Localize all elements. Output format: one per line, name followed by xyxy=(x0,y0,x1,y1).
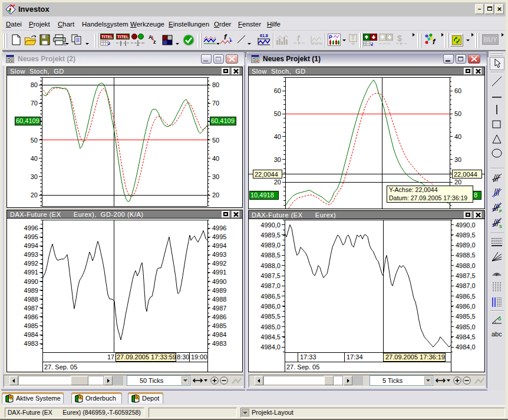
svg-text:4989,0: 4989,0 xyxy=(260,242,281,249)
svg-text:50: 50 xyxy=(274,110,281,117)
svg-text:80: 80 xyxy=(31,81,38,88)
svg-text:4995: 4995 xyxy=(212,233,226,240)
svg-text:4989,5: 4989,5 xyxy=(260,232,281,239)
svg-text:4984,5: 4984,5 xyxy=(260,333,281,340)
svg-text:4984,5: 4984,5 xyxy=(456,333,476,340)
svg-text:17:: 17: xyxy=(107,353,116,361)
svg-text:8: 8 xyxy=(474,191,477,199)
svg-text:4988,5: 4988,5 xyxy=(456,252,476,259)
svg-text:4985,5: 4985,5 xyxy=(260,313,281,320)
svg-text:T: T xyxy=(351,35,355,41)
svg-text:27.09.2005 17:36:19: 27.09.2005 17:36:19 xyxy=(385,353,445,361)
svg-text:22,0044: 22,0044 xyxy=(454,171,477,178)
svg-text:4984: 4984 xyxy=(212,331,226,338)
svg-text:4996: 4996 xyxy=(24,224,38,232)
svg-text:4994: 4994 xyxy=(212,242,226,249)
svg-text:4987,0: 4987,0 xyxy=(260,282,281,289)
svg-text:4996: 4996 xyxy=(212,224,226,232)
svg-text:4988,5: 4988,5 xyxy=(260,252,281,259)
svg-text:4985: 4985 xyxy=(212,322,226,329)
svg-text:27. Sep. 05: 27. Sep. 05 xyxy=(286,363,319,371)
svg-text:4987,0: 4987,0 xyxy=(456,282,476,289)
svg-text:10,4918: 10,4918 xyxy=(250,191,274,199)
svg-text:40: 40 xyxy=(31,155,38,162)
svg-text:30: 30 xyxy=(274,156,281,163)
svg-text:27.09.2005 17:33:59: 27.09.2005 17:33:59 xyxy=(117,353,176,361)
svg-text:20: 20 xyxy=(274,178,281,186)
svg-text:4986,5: 4986,5 xyxy=(456,293,476,300)
svg-text:4988: 4988 xyxy=(24,296,38,303)
svg-text:4990: 4990 xyxy=(24,278,38,285)
svg-text:20: 20 xyxy=(31,191,38,199)
svg-text:4992: 4992 xyxy=(212,260,226,267)
svg-text:4988,0: 4988,0 xyxy=(260,262,281,269)
svg-text:17:34: 17:34 xyxy=(347,353,363,361)
svg-text:20: 20 xyxy=(454,178,461,186)
svg-text:4985,5: 4985,5 xyxy=(456,313,476,320)
svg-text:4987: 4987 xyxy=(24,305,38,312)
svg-text:4990: 4990 xyxy=(212,278,226,285)
svg-text:4985: 4985 xyxy=(24,322,38,329)
svg-text:4992: 4992 xyxy=(24,260,38,267)
svg-text:80: 80 xyxy=(212,81,219,88)
svg-text:20: 20 xyxy=(212,191,219,199)
svg-text:70: 70 xyxy=(31,100,38,107)
svg-text:4986,0: 4986,0 xyxy=(260,303,281,310)
svg-text:40: 40 xyxy=(212,155,219,162)
svg-text:50: 50 xyxy=(31,137,38,144)
svg-text:30: 30 xyxy=(454,156,461,163)
svg-text:4986: 4986 xyxy=(24,313,38,320)
svg-text:50: 50 xyxy=(454,110,461,117)
svg-text:4989,0: 4989,0 xyxy=(456,242,476,249)
svg-text:TITEL: TITEL xyxy=(117,35,129,39)
svg-text:60,4109: 60,4109 xyxy=(16,117,39,124)
svg-text:4988: 4988 xyxy=(212,296,226,303)
svg-text:61.8: 61.8 xyxy=(260,34,268,38)
svg-text:4983: 4983 xyxy=(212,340,226,347)
svg-text:4989: 4989 xyxy=(212,287,226,294)
svg-text:60: 60 xyxy=(454,87,461,94)
svg-text:4989,5: 4989,5 xyxy=(456,232,476,239)
svg-text:4984,0: 4984,0 xyxy=(260,343,281,350)
svg-text:4991: 4991 xyxy=(24,269,38,276)
svg-text:8:30: 8:30 xyxy=(177,353,189,361)
svg-text:4986: 4986 xyxy=(212,313,226,320)
svg-text:f: f xyxy=(224,33,227,41)
svg-text:70: 70 xyxy=(212,100,219,107)
svg-text:30: 30 xyxy=(31,173,38,180)
svg-text:4993: 4993 xyxy=(24,251,38,258)
svg-text:4984,0: 4984,0 xyxy=(456,343,476,350)
svg-text:G: G xyxy=(498,317,502,321)
svg-text:4987: 4987 xyxy=(212,305,226,312)
svg-text:abc: abc xyxy=(491,330,502,338)
svg-text:40: 40 xyxy=(274,133,281,140)
svg-text:22,0044: 22,0044 xyxy=(255,171,278,178)
svg-text:4983: 4983 xyxy=(24,340,38,347)
svg-text:4989: 4989 xyxy=(24,287,38,294)
svg-text:60,4109: 60,4109 xyxy=(211,117,235,124)
svg-text:4993: 4993 xyxy=(212,251,226,258)
svg-text:4987,5: 4987,5 xyxy=(260,272,281,279)
svg-text:30: 30 xyxy=(212,173,219,180)
svg-text:TITEL: TITEL xyxy=(101,35,113,39)
svg-text:S: S xyxy=(499,224,502,229)
svg-text:4986,0: 4986,0 xyxy=(456,303,476,310)
svg-text:P: P xyxy=(329,34,332,40)
svg-text:4990,0: 4990,0 xyxy=(456,221,476,229)
svg-text:$: $ xyxy=(397,34,402,43)
svg-text:19:00: 19:00 xyxy=(191,353,207,361)
svg-text:z: z xyxy=(153,39,156,45)
svg-text:f: f xyxy=(433,37,436,46)
svg-text:50: 50 xyxy=(212,137,219,144)
svg-text:27. Sep. 05: 27. Sep. 05 xyxy=(44,363,77,371)
svg-text:4985,0: 4985,0 xyxy=(456,323,476,330)
svg-text:4990,0: 4990,0 xyxy=(260,221,281,229)
svg-text:4984: 4984 xyxy=(24,331,38,338)
svg-text:4985,0: 4985,0 xyxy=(260,323,281,330)
svg-text:4988,0: 4988,0 xyxy=(456,262,476,269)
svg-text:4987,5: 4987,5 xyxy=(456,272,476,279)
svg-text:4994: 4994 xyxy=(24,242,38,249)
svg-text:4995: 4995 xyxy=(24,233,38,240)
svg-text:17:33: 17:33 xyxy=(300,353,316,361)
svg-text:4986,5: 4986,5 xyxy=(260,293,281,300)
